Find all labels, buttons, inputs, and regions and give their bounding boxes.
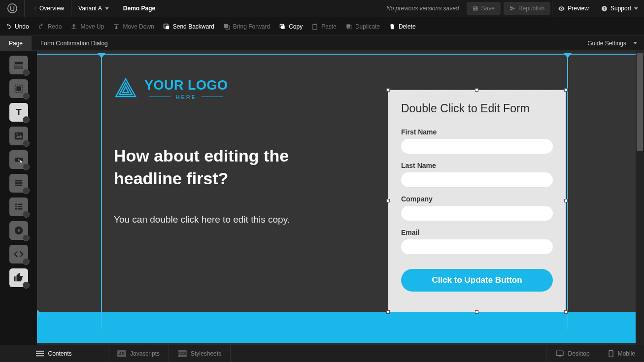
guide-handle-bottom[interactable] xyxy=(37,309,41,317)
arrow-down-icon xyxy=(113,23,120,30)
resize-handle-tr[interactable] xyxy=(564,88,568,92)
resize-handle-tm[interactable] xyxy=(475,88,478,92)
tool-form[interactable] xyxy=(9,174,28,193)
svg-rect-14 xyxy=(14,65,23,66)
arrow-up-icon xyxy=(70,23,77,30)
duplicate-button[interactable]: Duplicate xyxy=(345,23,380,30)
support-button[interactable]: ? Support xyxy=(595,0,644,17)
tool-section[interactable] xyxy=(9,56,28,74)
svg-point-44 xyxy=(610,356,611,356)
guide-settings-button[interactable]: Guide Settings xyxy=(587,40,637,47)
tool-video[interactable] xyxy=(9,221,28,240)
input-email[interactable] xyxy=(401,239,553,254)
main-row: T B YOUR LOGO HERE xyxy=(0,51,644,345)
css-badge-icon: CSS xyxy=(178,350,187,357)
tool-box[interactable] xyxy=(9,79,28,98)
tool-text[interactable]: T xyxy=(9,103,28,122)
svg-rect-4 xyxy=(166,26,169,29)
svg-rect-13 xyxy=(14,62,23,65)
tool-button[interactable]: B xyxy=(9,150,28,169)
tool-social[interactable] xyxy=(9,268,28,287)
resize-handle-bl[interactable] xyxy=(386,310,390,314)
svg-rect-24 xyxy=(15,180,22,182)
undo-button[interactable]: Undo xyxy=(5,23,29,30)
tab-page[interactable]: Page xyxy=(0,36,32,51)
send-backward-icon xyxy=(163,23,170,30)
resize-handle-ml[interactable] xyxy=(386,199,390,202)
save-button[interactable]: Save xyxy=(467,2,501,15)
page-title[interactable]: Demo Page xyxy=(116,0,162,17)
svg-rect-9 xyxy=(313,24,317,30)
resize-handle-bm[interactable] xyxy=(475,310,478,314)
eye-icon xyxy=(558,5,565,12)
svg-rect-19 xyxy=(14,132,23,140)
bring-forward-icon xyxy=(223,23,230,30)
top-header: 〈 Overview Variant A Demo Page No previo… xyxy=(0,0,644,17)
republish-button[interactable]: Republish xyxy=(504,2,550,15)
subheadline-text[interactable]: You can double click here to edit this c… xyxy=(114,212,291,227)
help-icon: ? xyxy=(601,5,608,12)
guide-handle-left[interactable] xyxy=(98,53,105,58)
svg-rect-30 xyxy=(18,206,22,207)
undo-icon xyxy=(5,23,12,30)
section-icon xyxy=(13,60,24,70)
button-icon: B xyxy=(13,154,24,165)
input-last-name[interactable] xyxy=(401,172,553,187)
vertical-scrollbar[interactable] xyxy=(636,51,644,345)
text-icon: T xyxy=(13,107,24,118)
resize-handle-tl[interactable] xyxy=(386,88,390,92)
page-outline: YOUR LOGO HERE How about editing the hea… xyxy=(37,54,636,329)
svg-rect-29 xyxy=(15,206,17,207)
desktop-view-button[interactable]: Desktop xyxy=(546,345,599,362)
move-down-button[interactable]: Move Down xyxy=(113,23,154,30)
bring-forward-button[interactable]: Bring Forward xyxy=(223,23,270,30)
edit-toolbar: Undo Redo Move Up Move Down Send Backwar… xyxy=(0,17,644,36)
headline-text[interactable]: How about editing the headline first? xyxy=(114,145,321,190)
canvas[interactable]: YOUR LOGO HERE How about editing the hea… xyxy=(37,51,644,345)
send-backward-button[interactable]: Send Backward xyxy=(163,23,214,30)
svg-rect-11 xyxy=(346,24,350,28)
contents-panel-button[interactable]: Contents xyxy=(0,345,108,362)
delete-button[interactable]: Delete xyxy=(389,23,416,30)
scrollbar-thumb[interactable] xyxy=(637,53,643,151)
guide-line-left[interactable] xyxy=(101,53,102,329)
input-first-name[interactable] xyxy=(401,139,553,154)
trash-icon xyxy=(389,23,396,30)
preview-button[interactable]: Preview xyxy=(552,0,595,17)
logo-placeholder[interactable]: YOUR LOGO HERE xyxy=(114,76,228,101)
app-logo[interactable] xyxy=(0,0,25,17)
save-status: No previous versions saved xyxy=(386,5,465,12)
resize-handle-mr[interactable] xyxy=(564,199,568,202)
javascripts-panel-button[interactable]: JS Javascripts xyxy=(108,345,169,362)
tool-html[interactable] xyxy=(9,245,28,263)
bottom-bar: Contents JS Javascripts CSS Stylesheets … xyxy=(0,345,644,362)
svg-text:T: T xyxy=(16,107,21,117)
tab-form-dialog[interactable]: Form Confirmation Dialog xyxy=(32,36,117,51)
overview-button[interactable]: 〈 Overview xyxy=(25,0,71,17)
svg-rect-40 xyxy=(36,355,44,356)
guide-line-right[interactable] xyxy=(567,53,568,329)
paste-button[interactable]: Paste xyxy=(311,23,337,30)
guide-handle-right[interactable] xyxy=(564,53,572,58)
stylesheets-panel-button[interactable]: CSS Stylesheets xyxy=(169,345,231,362)
resize-handle-br[interactable] xyxy=(564,310,568,314)
cta-section[interactable] xyxy=(37,312,636,343)
form-panel[interactable]: Double Click to Edit Form First Name Las… xyxy=(388,90,566,312)
svg-rect-28 xyxy=(18,204,22,205)
copy-button[interactable]: Copy xyxy=(279,23,303,30)
tool-palette: T B xyxy=(0,51,37,345)
form-element-selected[interactable]: Double Click to Edit Form First Name Las… xyxy=(387,89,567,313)
form-submit-button[interactable]: Click to Update Button xyxy=(401,269,553,292)
svg-rect-38 xyxy=(36,351,44,352)
tool-image[interactable] xyxy=(9,127,28,145)
form-icon xyxy=(13,178,24,189)
variant-selector[interactable]: Variant A xyxy=(71,0,116,17)
logo-text: YOUR LOGO xyxy=(144,78,228,93)
move-up-button[interactable]: Move Up xyxy=(70,23,104,30)
tool-form-fields[interactable] xyxy=(9,197,28,216)
input-company[interactable] xyxy=(401,206,553,221)
redo-button[interactable]: Redo xyxy=(38,23,62,30)
label-first-name: First Name xyxy=(401,128,553,136)
code-icon xyxy=(13,249,24,260)
mobile-view-button[interactable]: Mobile xyxy=(599,345,644,362)
